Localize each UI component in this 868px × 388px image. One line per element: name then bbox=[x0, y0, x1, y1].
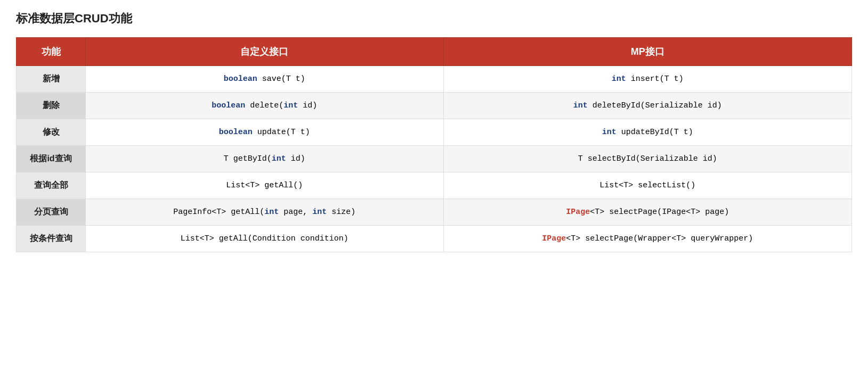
cell-feature: 查询全部 bbox=[17, 172, 86, 199]
header-custom: 自定义接口 bbox=[86, 38, 444, 66]
cell-custom: boolean delete(int id) bbox=[86, 93, 444, 119]
table-row: 按条件查询List<T> getAll(Condition condition)… bbox=[17, 226, 852, 252]
cell-custom: List<T> getAll() bbox=[86, 172, 444, 199]
cell-mp: List<T> selectList() bbox=[443, 172, 851, 199]
table-row: 新增boolean save(T t)int insert(T t) bbox=[17, 66, 852, 93]
cell-mp: T selectById(Serializable id) bbox=[443, 146, 851, 172]
table-row: 分页查询PageInfo<T> getAll(int page, int siz… bbox=[17, 199, 852, 226]
header-mp: MP接口 bbox=[443, 38, 851, 66]
cell-custom: boolean update(T t) bbox=[86, 119, 444, 146]
cell-mp: int deleteById(Serializable id) bbox=[443, 93, 851, 119]
cell-mp: int insert(T t) bbox=[443, 66, 851, 93]
cell-feature: 新增 bbox=[17, 66, 86, 93]
cell-feature: 根据id查询 bbox=[17, 146, 86, 172]
cell-custom: PageInfo<T> getAll(int page, int size) bbox=[86, 199, 444, 226]
cell-mp: IPage<T> selectPage(Wrapper<T> queryWrap… bbox=[443, 226, 851, 252]
table-row: 查询全部List<T> getAll()List<T> selectList() bbox=[17, 172, 852, 199]
cell-custom: boolean save(T t) bbox=[86, 66, 444, 93]
page-title: 标准数据层CRUD功能 bbox=[16, 11, 852, 27]
header-feature: 功能 bbox=[17, 38, 86, 66]
table-row: 根据id查询T getById(int id)T selectById(Seri… bbox=[17, 146, 852, 172]
cell-custom: List<T> getAll(Condition condition) bbox=[86, 226, 444, 252]
cell-mp: IPage<T> selectPage(IPage<T> page) bbox=[443, 199, 851, 226]
cell-feature: 删除 bbox=[17, 93, 86, 119]
cell-custom: T getById(int id) bbox=[86, 146, 444, 172]
table-row: 修改boolean update(T t)int updateById(T t) bbox=[17, 119, 852, 146]
cell-feature: 分页查询 bbox=[17, 199, 86, 226]
table-row: 删除boolean delete(int id)int deleteById(S… bbox=[17, 93, 852, 119]
cell-mp: int updateById(T t) bbox=[443, 119, 851, 146]
cell-feature: 按条件查询 bbox=[17, 226, 86, 252]
crud-table: 功能 自定义接口 MP接口 新增boolean save(T t)int ins… bbox=[16, 37, 852, 252]
cell-feature: 修改 bbox=[17, 119, 86, 146]
